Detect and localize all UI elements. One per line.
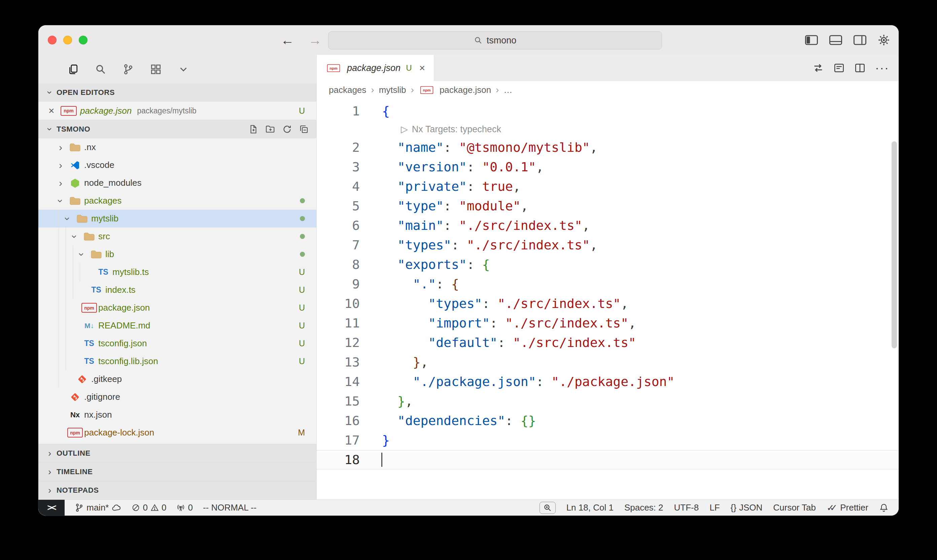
zoom-indicator-button[interactable] [540,502,555,514]
code-line-6[interactable]: 6 "main": "./src/index.ts", [317,216,899,235]
tree-item-package-lock.json[interactable]: npmpackage-lock.jsonM [38,424,316,442]
language-status[interactable]: {} JSON [731,502,763,513]
tree-item-node_modules[interactable]: ›node_modules [38,174,316,192]
compare-changes-icon[interactable] [812,62,824,74]
chevron-down-icon[interactable] [178,64,189,75]
formatter-status[interactable]: ✓✓ Prettier [826,502,868,513]
tree-item-.gitkeep[interactable]: .gitkeep [38,370,316,388]
tree-item-lib[interactable]: ›lib [38,245,316,263]
history-forward-icon[interactable]: → [308,33,322,48]
tree-item-nx.json[interactable]: Nxnx.json [38,406,316,424]
open-editors-header[interactable]: › OPEN EDITORS [38,83,316,102]
tree-item-tsconfig.lib.json[interactable]: TStsconfig.lib.jsonU [38,352,316,370]
extensions-icon[interactable] [150,64,162,75]
close-editor-icon[interactable]: × [48,105,61,117]
more-actions-icon[interactable]: ··· [875,65,889,71]
history-back-icon[interactable]: ← [281,33,294,48]
panel-bottom-icon[interactable] [829,35,842,45]
vim-mode-status[interactable]: -- NORMAL -- [203,502,257,513]
code-line-3[interactable]: 3 "version": "0.0.1", [317,157,899,177]
files-copy-icon[interactable] [67,64,79,75]
code-line-12[interactable]: 12 "default": "./src/index.ts" [317,333,899,352]
eol-status[interactable]: LF [709,502,720,513]
tree-item-.vscode[interactable]: ›.vscode [38,156,316,174]
outline-header[interactable]: › OUTLINE [38,444,316,462]
code-line-2[interactable]: 2 "name": "@tsmono/mytslib", [317,138,899,157]
code-line-17[interactable]: 17} [317,431,899,450]
code-line-11[interactable]: 11 "import": "./src/index.ts", [317,313,899,333]
collapse-all-icon[interactable] [299,124,309,134]
minimize-window-button[interactable] [63,36,72,45]
cursor-position-status[interactable]: Ln 18, Col 1 [566,502,614,513]
ports-status[interactable]: 0 [176,502,192,513]
branch-status[interactable]: main* [75,502,122,513]
close-tab-icon[interactable]: × [419,62,425,74]
git-change-dot-badge [300,252,305,257]
codelens-nx-targets[interactable]: ▷Nx Targets: typecheck [317,121,899,138]
open-changes-icon[interactable] [833,62,845,74]
tree-item-mytslib[interactable]: ›mytslib [38,210,316,228]
code-line-15[interactable]: 15 }, [317,391,899,411]
indentation-status[interactable]: Spaces: 2 [624,502,663,513]
refresh-icon[interactable] [282,124,292,134]
code-line-16[interactable]: 16 "dependencies": {} [317,411,899,431]
maximize-window-button[interactable] [79,36,88,45]
breadcrumb-item[interactable]: mytslib [379,85,406,95]
open-editor-item-package-json[interactable]: × npm package.json packages/mytslib U [38,102,316,120]
panel-right-icon[interactable] [854,35,866,45]
command-center-search[interactable]: tsmono [328,31,662,49]
twisty-chevron-icon[interactable]: › [76,248,88,261]
twisty-chevron-icon[interactable]: › [62,212,73,226]
breadcrumb-item[interactable]: packages [329,85,366,95]
timeline-header[interactable]: › TIMELINE [38,462,316,481]
tab-package-json[interactable]: npm package.json U × [317,55,434,81]
tree-item-label: lib [105,249,114,260]
tree-item-README.md[interactable]: M↓README.mdU [38,317,316,334]
notifications-bell-icon[interactable] [879,503,889,512]
new-file-icon[interactable] [248,124,258,134]
tree-item-tsconfig.json[interactable]: TStsconfig.jsonU [38,334,316,352]
twisty-chevron-icon[interactable]: › [69,230,80,243]
code-line-5[interactable]: 5 "type": "module", [317,196,899,216]
panel-left-icon[interactable] [805,35,818,45]
source-control-icon[interactable] [123,64,134,75]
notepads-header[interactable]: › NOTEPADS [38,481,316,499]
breadcrumb-item[interactable]: … [503,85,512,95]
tree-item-package.json[interactable]: npmpackage.jsonU [38,299,316,317]
tree-item-.gitignore[interactable]: .gitignore [38,388,316,406]
settings-gear-icon[interactable] [878,34,890,46]
close-window-button[interactable] [48,36,57,45]
code-editor[interactable]: 1{▷Nx Targets: typecheck2 "name": "@tsmo… [317,98,899,499]
cursor-tab-status[interactable]: Cursor Tab [773,502,816,513]
split-editor-icon[interactable] [854,62,866,74]
code-line-9[interactable]: 9 ".": { [317,274,899,294]
remote-indicator-button[interactable]: >< [38,500,65,515]
editor-scrollbar[interactable] [892,142,897,348]
breadcrumb-item[interactable]: package.json [440,85,491,95]
new-folder-icon[interactable] [265,124,275,134]
md-icon: M↓ [82,322,97,330]
code-line-1[interactable]: 1{ [317,101,899,121]
code-line-7[interactable]: 7 "types": "./src/index.ts", [317,235,899,255]
problems-status[interactable]: 0 0 [132,502,166,513]
search-icon[interactable] [95,64,106,75]
code-line-10[interactable]: 10 "types": "./src/index.ts", [317,294,899,313]
git-icon [74,375,90,384]
tree-item-.nx[interactable]: ›.nx [38,138,316,156]
code-line-18[interactable]: 18 [317,450,899,469]
code-line-8[interactable]: 8 "exports": { [317,255,899,274]
tree-item-index.ts[interactable]: TSindex.tsU [38,281,316,299]
twisty-chevron-icon[interactable]: › [54,177,67,189]
encoding-status[interactable]: UTF-8 [674,502,699,513]
code-line-4[interactable]: 4 "private": true, [317,177,899,196]
line-number: 16 [317,411,360,431]
tree-item-packages[interactable]: ›packages [38,192,316,210]
twisty-chevron-icon[interactable]: › [54,160,67,171]
tree-item-src[interactable]: ›src [38,228,316,245]
code-line-14[interactable]: 14 "./package.json": "./package.json" [317,372,899,391]
workspace-header[interactable]: › TSMONO [38,120,316,138]
tree-item-mytslib.ts[interactable]: TSmytslib.tsU [38,263,316,281]
twisty-chevron-icon[interactable]: › [55,194,66,208]
twisty-chevron-icon[interactable]: › [54,142,67,153]
code-line-13[interactable]: 13 }, [317,352,899,372]
